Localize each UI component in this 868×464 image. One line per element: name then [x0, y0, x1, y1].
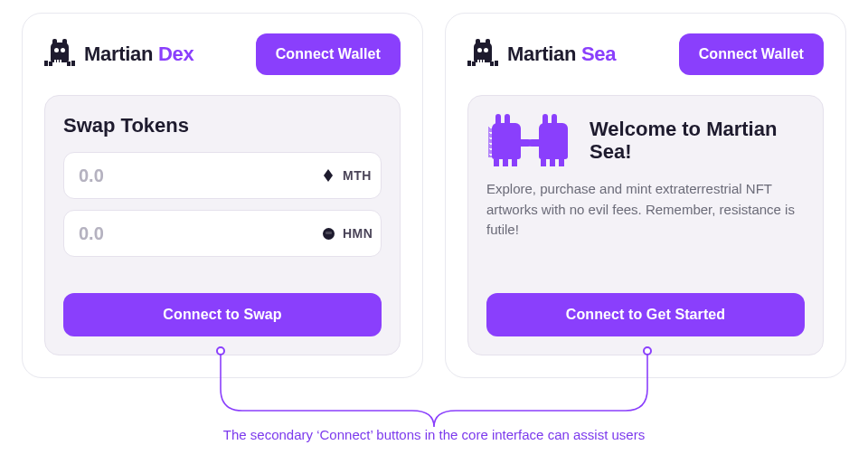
swap-to-input[interactable] — [79, 223, 312, 244]
swap-from-input[interactable] — [79, 166, 312, 186]
swap-from-field[interactable]: MTH — [63, 152, 382, 199]
swap-to-token-selector[interactable]: HMN — [321, 226, 373, 241]
aliens-illustration-icon — [486, 114, 573, 166]
swap-to-field[interactable]: HMN — [63, 210, 382, 257]
annotation-caption: The secondary ‘Connect’ buttons in the c… — [0, 427, 868, 442]
sea-hero-description: Explore, purchase and mint extraterrestr… — [486, 179, 805, 241]
dex-card-header: Martian Dex Connect Wallet — [44, 33, 401, 75]
dex-brand-accent: Dex — [158, 43, 193, 65]
dex-swap-panel: Swap Tokens MTH HMN Connect to Swap — [44, 95, 401, 355]
hmn-icon — [321, 226, 335, 241]
sea-hero: Welcome to Martian Sea! — [486, 114, 805, 166]
dex-brand-text: Martian Dex — [84, 43, 193, 66]
sea-brand: Martian Sea — [467, 43, 616, 66]
martian-logo-icon — [44, 43, 75, 66]
sea-card: Martian Sea Connect Wallet — [445, 13, 846, 378]
dex-card: Martian Dex Connect Wallet Swap Tokens M… — [22, 13, 423, 378]
connect-to-get-started-button[interactable]: Connect to Get Started — [486, 293, 805, 336]
swap-from-token-label: MTH — [343, 168, 372, 183]
mth-icon — [321, 168, 335, 183]
swap-from-token-selector[interactable]: MTH — [321, 168, 372, 183]
swap-to-token-label: HMN — [343, 226, 373, 241]
sea-brand-main: Martian — [507, 43, 576, 65]
dex-brand: Martian Dex — [44, 43, 193, 66]
swap-panel-title: Swap Tokens — [63, 114, 382, 137]
martian-logo-icon — [467, 43, 498, 66]
sea-brand-text: Martian Sea — [507, 43, 616, 66]
sea-welcome-panel: Welcome to Martian Sea! Explore, purchas… — [467, 95, 824, 355]
sea-brand-accent: Sea — [581, 43, 616, 65]
dex-brand-main: Martian — [84, 43, 153, 65]
sea-card-header: Martian Sea Connect Wallet — [467, 33, 824, 75]
connect-to-swap-button[interactable]: Connect to Swap — [63, 293, 382, 336]
dex-connect-wallet-button[interactable]: Connect Wallet — [256, 33, 401, 75]
sea-hero-title: Welcome to Martian Sea! — [590, 118, 805, 164]
sea-connect-wallet-button[interactable]: Connect Wallet — [679, 33, 824, 75]
